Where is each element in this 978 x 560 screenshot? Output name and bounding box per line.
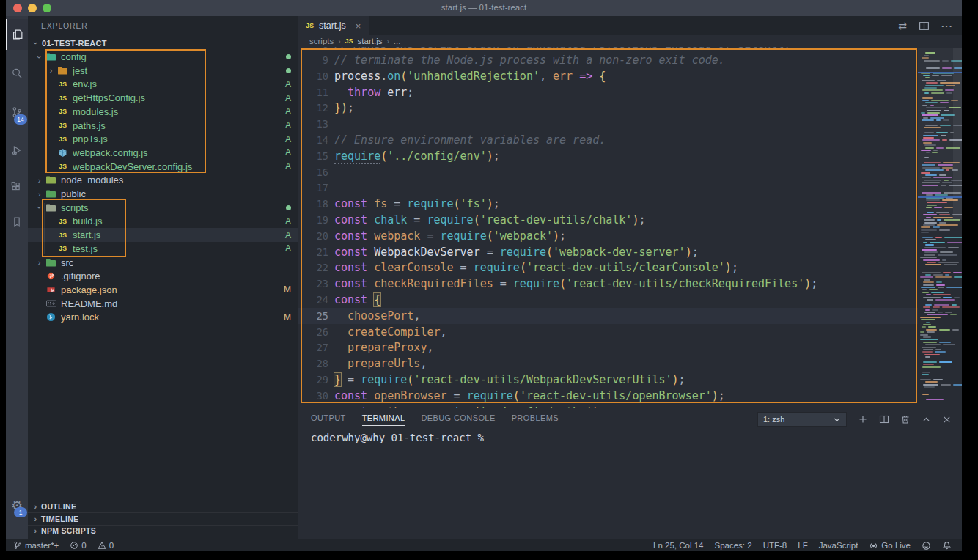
md-file-icon [45,298,57,309]
minimap-code-line [954,276,962,278]
status-item-bell-icon[interactable] [942,541,952,550]
tree-item-.gitignore[interactable]: .gitignore [28,269,298,283]
panel-tab-terminal[interactable]: TERMINAL [362,413,405,426]
status-item-label: LF [798,541,807,550]
minimap-code-line [925,244,933,246]
open-changes-icon[interactable]: ⇄ [898,20,907,32]
minimap-code-line [921,287,936,288]
status-item-go-live[interactable]: Go Live [869,541,911,550]
minimap-code-line [920,257,937,258]
chevron-right-icon: › [386,37,389,45]
minimap-code-line [923,242,927,243]
project-root-header[interactable]: › 01-TEST-REACT [28,36,298,50]
minimap-code-line [939,229,950,231]
git-status-badge: A [285,79,291,89]
panel-tab-output[interactable]: OUTPUT [311,413,346,426]
tree-item-label: yarn.lock [61,312,284,323]
status-item-utf-8[interactable]: UTF-8 [763,541,787,550]
minimap-code-line [926,399,943,400]
terminal-prompt[interactable]: coderwhy@why 01-test-react % [311,432,484,443]
project-root-label: 01-TEST-REACT [42,39,107,48]
settings-gear-button[interactable]: ⚙1 [6,493,28,519]
tab-label: start.js [319,21,346,31]
tree-item-README.md[interactable]: README.md [28,297,298,311]
minimap-code-line [923,306,930,308]
minimap-code-line [941,384,951,386]
minimap-code-line [953,384,962,386]
status-item-0[interactable]: 0 [98,541,114,550]
minimap-code-line [922,351,933,353]
sidebar-section-timeline[interactable]: ›TIMELINE [28,512,298,525]
folder-icon [45,257,57,268]
minimap-code-line [922,394,928,395]
activity-item-explorer[interactable] [6,19,28,50]
status-item-master-[interactable]: master*+ [13,541,59,550]
minimap-code-line [922,249,937,251]
tree-item-node_modules[interactable]: ›node_modules [28,173,298,187]
trash-icon[interactable] [900,414,911,424]
chevron-up-icon[interactable] [922,415,931,424]
status-item-feedback-icon[interactable] [922,541,931,550]
activity-item-bookmarks[interactable] [6,207,28,237]
editor-actions: ⇄··· [898,16,953,35]
chevron-down-icon: › [32,37,40,49]
tree-item-src[interactable]: ›src [28,256,298,270]
status-item-javascript[interactable]: JavaScript [819,541,858,550]
panel-tab-problems[interactable]: PROBLEMS [512,413,559,426]
minimap-code-line [954,297,960,298]
tree-item-yarn.lock[interactable]: yarn.lockM [28,310,298,324]
panel-tab-debug-console[interactable]: DEBUG CONSOLE [421,413,495,426]
status-item-ln-25-col-14[interactable]: Ln 25, Col 14 [653,541,703,550]
minimap-code-line [923,284,934,286]
close-icon[interactable] [942,415,952,424]
minimap-code-line [935,276,952,278]
tab-start-js[interactable]: JS start.js × [298,16,369,35]
minimap-code-line [952,304,957,306]
status-item-0[interactable]: 0 [70,541,86,550]
minimap-code-line [925,309,930,311]
minimap-code-line [939,222,946,224]
breadcrumb-symbol[interactable]: ... [394,37,401,45]
tree-item-package.json[interactable]: package.jsonM [28,283,298,297]
close-tab-icon[interactable]: × [356,21,361,32]
minimap-code-line [933,294,951,295]
more-actions-icon[interactable]: ··· [941,21,953,32]
minimap-code-line [927,331,935,333]
git-status-badge: A [285,161,291,172]
screenshot-canvas: start.js — 01-test-react 14⚙1 EXPLORER ›… [0,0,978,560]
plus-icon[interactable] [858,414,868,424]
branch-icon [13,541,22,550]
minimap-code-line [922,347,936,348]
minimap-code-line [926,329,937,331]
activity-item-source-control[interactable]: 14 [6,97,28,128]
split-icon[interactable] [879,414,889,424]
git-modified-dot-badge [286,54,291,59]
sidebar-title: EXPLORER [41,21,88,30]
status-right: Ln 25, Col 14Spaces: 2UTF-8LFJavaScriptG… [653,541,952,550]
editor-scrollbar[interactable] [953,48,962,220]
git-status-badge: A [285,147,291,158]
terminal-shell-select[interactable]: 1: zsh [757,412,847,427]
minimap-code-line [921,226,930,228]
minimap-code-line [920,339,938,340]
sidebar-section-outline[interactable]: ›OUTLINE [28,501,298,513]
activity-item-extensions[interactable] [6,172,28,202]
minimap-code-line [922,272,941,273]
minimap-code-line [920,317,941,318]
section-label: NPM SCRIPTS [41,526,96,535]
minimap-code-line [937,224,957,226]
split-editor-icon[interactable] [919,21,930,32]
annotation-box-code [301,48,917,403]
activity-item-search[interactable] [6,58,28,89]
minimap-code-line [921,229,937,231]
breadcrumb-file[interactable]: start.js [358,37,383,45]
minimap-code-line [934,304,949,306]
breadcrumb-folder[interactable]: scripts [309,37,334,45]
status-item-lf[interactable]: LF [798,541,807,550]
minimap-code-line [926,322,930,323]
minimap-code-line [930,242,946,243]
activity-item-run-debug[interactable] [6,135,28,166]
minimap-code-line [945,274,949,276]
status-item-spaces-2[interactable]: Spaces: 2 [715,541,752,550]
sidebar-section-npm-scripts[interactable]: ›NPM SCRIPTS [28,525,298,537]
